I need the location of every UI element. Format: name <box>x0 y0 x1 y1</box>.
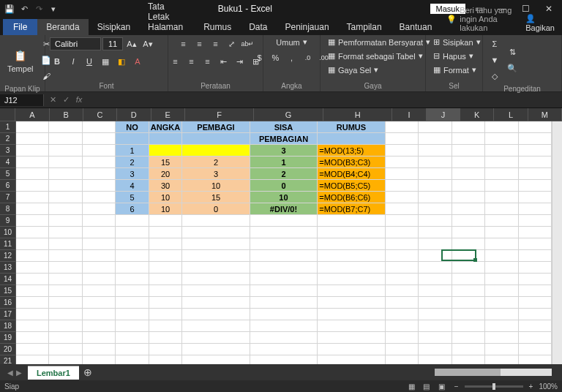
cell-F2[interactable] <box>182 133 250 145</box>
cell-C3[interactable] <box>83 145 116 157</box>
cell-E16[interactable] <box>149 297 182 309</box>
increase-font-icon[interactable]: A▴ <box>124 37 139 51</box>
cell-M20[interactable] <box>519 344 552 355</box>
increase-indent-icon[interactable]: ⇥ <box>233 54 247 69</box>
clear-icon[interactable]: ◇ <box>487 69 502 83</box>
cell-A13[interactable] <box>16 262 49 274</box>
cell-L10[interactable] <box>485 227 518 238</box>
cell-D19[interactable] <box>116 332 149 344</box>
cell-K3[interactable] <box>452 145 485 157</box>
col-header-L[interactable]: L <box>494 108 528 121</box>
cell-I10[interactable] <box>386 227 419 238</box>
align-bottom-icon[interactable]: ≡ <box>209 37 223 51</box>
cell-L21[interactable] <box>485 355 518 364</box>
conditional-format-button[interactable]: ▦Pemformatan Bersyarat ▾ <box>325 37 433 48</box>
row-header-2[interactable]: 2 <box>0 133 16 145</box>
cell-D2[interactable] <box>116 133 149 145</box>
cell-F3[interactable] <box>182 145 250 157</box>
cell-D15[interactable] <box>116 285 149 297</box>
cell-I17[interactable] <box>386 309 419 320</box>
cell-I13[interactable] <box>386 262 419 274</box>
cell-G1[interactable]: SISA <box>250 121 318 133</box>
col-header-D[interactable]: D <box>117 108 151 121</box>
cell-F20[interactable] <box>182 344 250 355</box>
cell-I9[interactable] <box>386 215 419 227</box>
cell-M19[interactable] <box>519 332 552 344</box>
cell-K14[interactable] <box>452 274 485 285</box>
cell-D7[interactable]: 5 <box>116 192 149 203</box>
cell-M12[interactable] <box>519 250 552 262</box>
cell-M4[interactable] <box>519 157 552 168</box>
cell-G4[interactable]: 1 <box>250 157 318 168</box>
cell-F16[interactable] <box>182 297 250 309</box>
cell-K20[interactable] <box>452 344 485 355</box>
cell-M6[interactable] <box>519 180 552 192</box>
fill-color-button[interactable]: ◧ <box>114 54 129 69</box>
cell-L13[interactable] <box>485 262 518 274</box>
cell-E11[interactable] <box>149 238 182 250</box>
align-center-icon[interactable]: ≡ <box>184 54 199 69</box>
cell-C19[interactable] <box>83 332 116 344</box>
cell-L14[interactable] <box>485 274 518 285</box>
cell-H11[interactable] <box>318 238 385 250</box>
cell-B8[interactable] <box>49 203 82 215</box>
font-color-button[interactable]: A <box>130 54 145 69</box>
cell-J17[interactable] <box>419 309 452 320</box>
cell-I6[interactable] <box>386 180 419 192</box>
cell-A18[interactable] <box>16 320 49 332</box>
cell-A3[interactable] <box>16 145 49 157</box>
cell-B11[interactable] <box>49 238 82 250</box>
cell-J3[interactable] <box>419 145 452 157</box>
cell-E18[interactable] <box>149 320 182 332</box>
cell-D12[interactable] <box>116 250 149 262</box>
view-normal-icon[interactable]: ▦ <box>405 382 418 391</box>
cell-C11[interactable] <box>83 238 116 250</box>
cell-I4[interactable] <box>386 157 419 168</box>
tab-data[interactable]: Data <box>240 19 276 35</box>
font-name-input[interactable] <box>50 37 101 50</box>
save-icon[interactable]: 💾 <box>3 2 16 15</box>
cell-M16[interactable] <box>519 297 552 309</box>
cell-I20[interactable] <box>386 344 419 355</box>
cell-D21[interactable] <box>116 355 149 364</box>
accept-formula-icon[interactable]: ✓ <box>60 95 72 105</box>
currency-icon[interactable]: $ <box>252 50 267 65</box>
cell-B4[interactable] <box>49 157 82 168</box>
cell-G11[interactable] <box>250 238 318 250</box>
cell-J2[interactable] <box>419 133 452 145</box>
row-header-5[interactable]: 5 <box>0 168 16 180</box>
col-header-B[interactable]: B <box>50 108 83 121</box>
cell-K12[interactable] <box>452 250 485 262</box>
cell-G8[interactable]: #DIV/0! <box>250 203 318 215</box>
cell-C14[interactable] <box>83 274 116 285</box>
cell-B14[interactable] <box>49 274 82 285</box>
col-header-A[interactable]: A <box>15 108 49 121</box>
sheet-nav-next-icon[interactable]: ▶ <box>16 369 22 377</box>
italic-button[interactable]: I <box>66 54 80 69</box>
cell-J11[interactable] <box>419 238 452 250</box>
cell-L12[interactable] <box>485 250 518 262</box>
cell-F1[interactable]: PEMBAGI <box>182 121 250 133</box>
cell-D6[interactable]: 4 <box>116 180 149 192</box>
row-header-7[interactable]: 7 <box>0 192 16 203</box>
cell-B12[interactable] <box>49 250 82 262</box>
cell-K21[interactable] <box>452 355 485 364</box>
cell-H7[interactable]: =MOD(B6;C6) <box>318 192 385 203</box>
cell-I5[interactable] <box>386 168 419 180</box>
cell-L11[interactable] <box>485 238 518 250</box>
cell-E20[interactable] <box>149 344 182 355</box>
row-header-13[interactable]: 13 <box>0 262 16 274</box>
cell-A12[interactable] <box>16 250 49 262</box>
col-header-I[interactable]: I <box>392 108 426 121</box>
cell-I14[interactable] <box>386 274 419 285</box>
redo-icon[interactable]: ↷ <box>32 2 45 15</box>
cell-I8[interactable] <box>386 203 419 215</box>
cell-B6[interactable] <box>49 180 82 192</box>
align-right-icon[interactable]: ≡ <box>201 54 215 69</box>
row-header-15[interactable]: 15 <box>0 285 16 297</box>
cell-K10[interactable] <box>452 227 485 238</box>
cell-K7[interactable] <box>452 192 485 203</box>
find-select-icon[interactable]: 🔍 <box>505 61 520 75</box>
cell-C2[interactable] <box>83 133 116 145</box>
cell-H12[interactable] <box>318 250 385 262</box>
